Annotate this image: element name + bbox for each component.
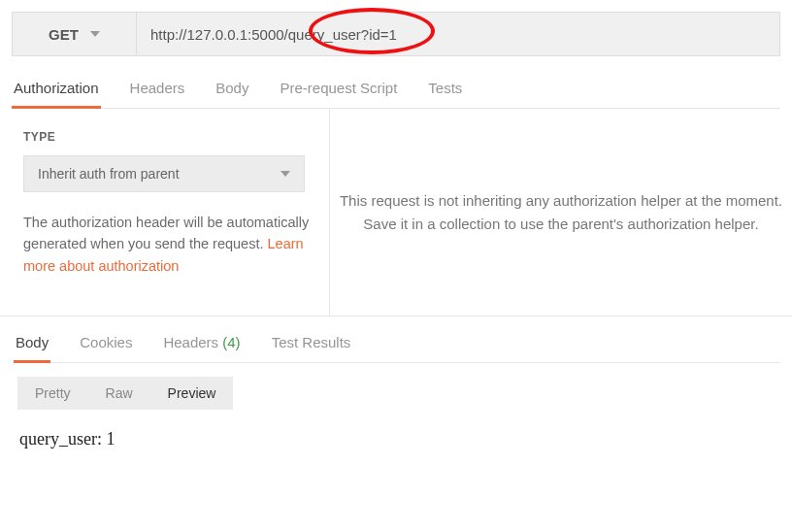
response-body: query_user: 1 [0, 410, 792, 449]
authorization-left: TYPE Inherit auth from parent The author… [0, 109, 330, 316]
tab-authorization[interactable]: Authorization [12, 80, 101, 109]
tab-test-results[interactable]: Test Results [270, 334, 353, 362]
tab-prerequest[interactable]: Pre-request Script [278, 80, 399, 108]
tab-response-cookies[interactable]: Cookies [78, 334, 134, 362]
response-tabs: Body Cookies Headers (4) Test Results [14, 334, 780, 363]
tab-response-headers[interactable]: Headers (4) [161, 334, 242, 362]
headers-count: (4) [222, 334, 240, 350]
tab-response-headers-label: Headers [163, 334, 218, 350]
auth-type-select[interactable]: Inherit auth from parent [23, 155, 305, 192]
url-input[interactable] [137, 13, 779, 55]
authorization-right: This request is not inheriting any autho… [330, 109, 792, 316]
request-tabs: Authorization Headers Body Pre-request S… [12, 80, 780, 109]
view-raw[interactable]: Raw [88, 377, 150, 410]
caret-down-icon [280, 171, 290, 177]
tab-headers[interactable]: Headers [128, 80, 187, 108]
tab-tests[interactable]: Tests [426, 80, 464, 108]
auth-description: The authorization header will be automat… [23, 212, 312, 277]
view-pretty[interactable]: Pretty [17, 377, 88, 410]
tab-response-body[interactable]: Body [14, 334, 50, 363]
response-view-toggle: Pretty Raw Preview [17, 377, 233, 410]
auth-desc-text: The authorization header will be automat… [23, 215, 309, 251]
http-method-label: GET [49, 26, 79, 43]
tab-body[interactable]: Body [214, 80, 250, 108]
caret-down-icon [90, 31, 100, 37]
authorization-panel: TYPE Inherit auth from parent The author… [0, 109, 792, 316]
view-preview[interactable]: Preview [150, 377, 234, 410]
auth-type-value: Inherit auth from parent [38, 166, 180, 182]
http-method-select[interactable]: GET [13, 13, 137, 55]
auth-inherit-message: This request is not inheriting any autho… [336, 189, 786, 236]
request-bar: GET [12, 12, 780, 56]
auth-type-label: TYPE [23, 130, 312, 144]
